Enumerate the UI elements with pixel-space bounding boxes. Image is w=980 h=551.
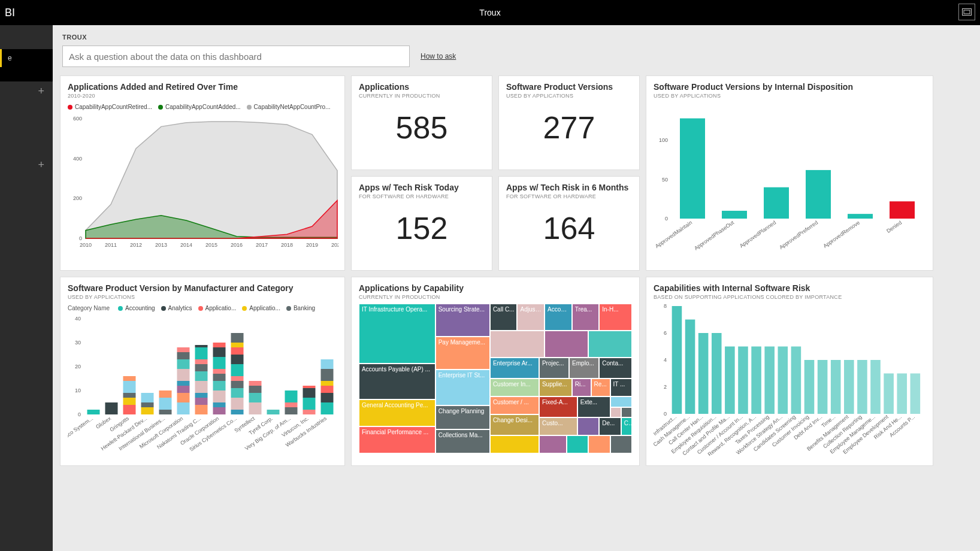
svg-rect-30 (890, 201, 915, 219)
fullscreen-icon (962, 8, 972, 16)
tile-title: Apps w/ Tech Risk Today (359, 183, 485, 192)
svg-rect-1 (964, 10, 970, 14)
treemap-cell[interactable] (610, 435, 632, 453)
treemap-cell[interactable]: Exte... (577, 396, 610, 417)
treemap-cell[interactable] (545, 331, 588, 358)
svg-rect-147 (831, 360, 841, 414)
svg-text:2016: 2016 (231, 242, 243, 248)
sidebar-item[interactable] (0, 31, 53, 49)
treemap-cell[interactable]: Enterprise Ar... (490, 358, 539, 379)
treemap-cell[interactable]: Customer / ... (490, 396, 539, 414)
treemap-cell[interactable] (610, 396, 632, 407)
tile-spv-manufacturer[interactable]: Software Product Version by Manufacturer… (60, 277, 345, 466)
treemap-cell[interactable] (490, 435, 539, 453)
svg-text:200: 200 (73, 195, 82, 201)
svg-rect-68 (195, 371, 208, 381)
treemap-cell[interactable]: Pay Manageme... (435, 337, 490, 370)
svg-rect-149 (844, 360, 854, 414)
tile-apps-capability[interactable]: Applications by Capability CURRENTLY IN … (351, 277, 640, 466)
treemap-cell[interactable]: Custo... (539, 417, 577, 435)
svg-rect-96 (249, 393, 262, 402)
treemap-cell[interactable]: In-H... (599, 304, 632, 331)
treemap-cell[interactable]: De... (599, 417, 621, 435)
breadcrumb: TROUX (53, 25, 980, 46)
treemap-cell[interactable]: Change Planning (435, 405, 490, 429)
treemap-cell[interactable]: Re... (591, 379, 610, 396)
treemap-cell[interactable]: IT ... (610, 379, 632, 396)
treemap-cell[interactable]: Projec... (539, 358, 569, 379)
treemap-cell[interactable] (588, 331, 632, 358)
svg-text:ApprovedPhaseOut: ApprovedPhaseOut (693, 219, 735, 252)
svg-rect-52 (159, 398, 172, 410)
svg-text:2017: 2017 (256, 242, 268, 248)
nav-sidebar: e + + (0, 25, 53, 551)
treemap-cell[interactable] (610, 407, 621, 418)
treemap-cell[interactable]: General Accounting Pe... (359, 399, 435, 426)
treemap-cell[interactable]: Ri... (572, 379, 591, 396)
svg-rect-24 (764, 187, 789, 219)
treemap-cell[interactable] (577, 417, 599, 435)
svg-rect-141 (791, 347, 801, 414)
treemap-cell[interactable]: Call C... (490, 304, 518, 331)
treemap-cell[interactable]: IT Infrastructure Opera... (359, 304, 435, 364)
treemap-cell[interactable] (490, 331, 545, 358)
tile-kpi-applications[interactable]: Applications CURRENTLY IN PRODUCTION 585 (351, 75, 492, 170)
svg-text:400: 400 (73, 156, 82, 162)
svg-rect-116 (321, 359, 334, 369)
svg-rect-39 (105, 402, 118, 414)
svg-rect-86 (231, 388, 244, 398)
tile-apps-over-time[interactable]: Applications Added and Retired Over Time… (60, 75, 345, 271)
svg-rect-53 (159, 390, 172, 398)
tile-kpi-risk-6mo[interactable]: Apps w/ Tech Risk in 6 Months FOR SOFTWA… (498, 176, 640, 271)
svg-text:10: 10 (75, 387, 81, 393)
treemap-cell[interactable]: Trea... (572, 304, 600, 331)
treemap-cell[interactable]: Customer In... (490, 379, 539, 396)
treemap-cell[interactable]: Collections Ma... (435, 429, 490, 453)
svg-text:0: 0 (79, 235, 82, 241)
treemap-cell[interactable]: Change Desi... (490, 414, 539, 435)
svg-text:Denied: Denied (885, 219, 903, 234)
svg-text:2019: 2019 (306, 242, 318, 248)
svg-rect-67 (195, 381, 208, 393)
treemap-cell[interactable]: Fixed-A... (539, 396, 577, 417)
treemap-cell[interactable]: Conta... (599, 358, 632, 379)
treemap-cell[interactable] (539, 435, 567, 453)
treemap-cell[interactable]: Enterprise IT St... (435, 370, 490, 405)
fullscreen-button[interactable] (958, 4, 975, 20)
bar-chart-disposition: 050100ApprovedMaintainApprovedPhaseOutAp… (654, 99, 927, 264)
svg-rect-123 (672, 306, 682, 414)
treemap-cell[interactable]: Supplie... (539, 379, 572, 396)
treemap-cell[interactable]: Adjust... (517, 304, 545, 331)
tile-kpi-spv[interactable]: Software Product Versions USED BY APPLIC… (498, 75, 640, 170)
how-to-ask-link[interactable]: How to ask (421, 52, 456, 60)
svg-text:2018: 2018 (281, 242, 293, 248)
treemap-cell[interactable]: Emplo... (569, 358, 599, 379)
dashboard-content: TROUX How to ask Applications Added and … (53, 25, 980, 551)
tile-spv-disposition[interactable]: Software Product Versions by Internal Di… (646, 75, 933, 271)
qna-input[interactable] (62, 46, 410, 67)
svg-text:2014: 2014 (180, 242, 192, 248)
treemap-cell[interactable]: Sourcing Strate... (435, 304, 490, 337)
tile-title: Software Product Version by Manufacturer… (68, 283, 337, 293)
svg-text:4: 4 (664, 357, 667, 363)
treemap-cell[interactable] (567, 435, 588, 453)
treemap-cell[interactable] (621, 407, 632, 418)
treemap-cell[interactable]: Accou... (545, 304, 572, 331)
svg-rect-129 (712, 333, 722, 414)
tile-capabilities-risk[interactable]: Capabilities with Internal Software Risk… (646, 277, 933, 466)
sidebar-item[interactable] (0, 67, 53, 81)
treemap-cell[interactable]: Ca... (621, 417, 632, 435)
svg-rect-155 (884, 374, 894, 414)
svg-rect-95 (249, 402, 262, 414)
treemap-cell[interactable]: Accounts Payable (AP) ... (359, 364, 435, 399)
svg-text:40: 40 (75, 316, 81, 322)
svg-rect-45 (123, 376, 136, 381)
sidebar-item-selected[interactable]: e (0, 49, 53, 67)
tile-kpi-risk-today[interactable]: Apps w/ Tech Risk Today FOR SOFTWARE OR … (351, 176, 492, 271)
treemap-cell[interactable] (588, 435, 610, 453)
svg-text:100: 100 (659, 137, 668, 143)
treemap-cell[interactable]: Financial Performance ... (359, 426, 435, 453)
tile-subtitle: USED BY APPLICATIONS (506, 93, 632, 99)
add-report-button[interactable]: + (0, 155, 53, 175)
add-dashboard-button[interactable]: + (0, 81, 53, 101)
